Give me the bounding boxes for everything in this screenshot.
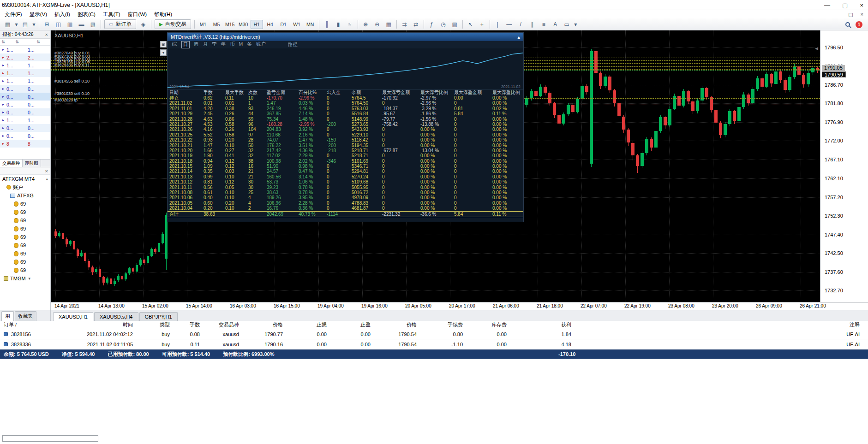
menu-item-3[interactable]: 图表(C) [74, 11, 99, 18]
navigator-item-9[interactable]: 69 [0, 258, 50, 266]
mtdriver-panel[interactable]: MTDriver统计 ,V3.12 (http://mtdriver.cn) ▴… [167, 32, 524, 222]
timeframe-m30[interactable]: M30 [237, 20, 250, 29]
market-watch-row[interactable]: ▸0...0... [0, 132, 50, 140]
market-watch-row[interactable]: ▸1...1... [0, 116, 50, 124]
search-icon[interactable] [845, 22, 850, 27]
data-window-icon[interactable]: ◫ [53, 19, 64, 29]
navigator-item-7[interactable]: 69 [0, 241, 50, 249]
terminal-column-0[interactable]: 订单 / [0, 321, 78, 328]
vertical-line-icon[interactable]: | [492, 19, 503, 29]
market-watch-tab-1[interactable]: 即时图 [23, 160, 41, 167]
autotrading-button[interactable]: ▶自动交易 [155, 19, 191, 29]
close-icon[interactable]: × [45, 168, 48, 174]
navigator-item-5[interactable]: 69 [0, 225, 50, 233]
cursor-icon[interactable]: ↖ [465, 19, 476, 29]
new-order-button[interactable]: ▭新订单 [104, 19, 136, 29]
terminal-column-3[interactable]: 手数 [175, 321, 205, 328]
trendline-icon[interactable]: / [515, 19, 526, 29]
templates-icon[interactable]: ▨ [449, 19, 460, 29]
chart-tab-1[interactable]: XAUUSD.s,H4 [94, 312, 138, 321]
market-watch-row[interactable]: ▸0...0... [0, 85, 50, 93]
terminal-column-1[interactable]: 时间 [78, 321, 138, 328]
zoom-out-icon[interactable]: ⊖ [372, 19, 383, 29]
navigator-item-3[interactable]: 69 [0, 208, 50, 216]
market-watch-row[interactable]: ▸0...0... [0, 93, 50, 101]
menu-item-6[interactable]: 帮助(H) [150, 11, 176, 18]
strategy-tester-icon[interactable]: ▧ [88, 19, 98, 29]
tile-windows-icon[interactable]: ▦ [383, 19, 394, 29]
navigator-item-4[interactable]: 69 [0, 216, 50, 225]
navigator-item-1[interactable]: ATFXG [0, 191, 50, 200]
terminal-column-7[interactable]: 止盈 [332, 321, 376, 328]
timeframe-mn[interactable]: MN [304, 20, 317, 29]
horizontal-line-icon[interactable]: — [504, 19, 515, 29]
mtdriver-screenshot-button[interactable]: ▣ [160, 41, 167, 47]
market-watch-row[interactable]: ▸2...2... [0, 53, 50, 61]
menu-item-4[interactable]: 工具(T) [99, 11, 124, 18]
chart-window[interactable]: #3827049 buy 0.01#3827302 buy 0.03#38273… [51, 30, 820, 302]
mtdriver-tab-7[interactable]: M [239, 41, 243, 48]
sort-column-icon[interactable]: ⇅ [28, 40, 49, 44]
sort-column-icon[interactable]: ⇅ [0, 40, 6, 44]
navigator-item-2[interactable]: 69 [0, 200, 50, 208]
menu-item-5[interactable]: 窗口(W) [124, 11, 151, 18]
child-minimize-button[interactable]: — [836, 12, 841, 17]
new-chart-dropdown-icon[interactable]: ▾ [14, 19, 19, 29]
market-watch-row[interactable]: ▸1...1... [0, 61, 50, 69]
mtdriver-tab-1[interactable]: 日 [181, 41, 190, 48]
timeframe-m15[interactable]: M15 [224, 20, 236, 29]
mtdriver-tab-8[interactable]: 备 [247, 41, 252, 48]
timeframe-h4[interactable]: H4 [264, 20, 276, 29]
crosshair-icon[interactable]: + [477, 19, 487, 29]
collapse-icon[interactable]: ▴ [46, 177, 48, 181]
child-close-button[interactable]: × [861, 12, 863, 17]
new-chart-icon[interactable]: ▦ [2, 19, 13, 29]
navigator-item-10[interactable]: 69 [0, 266, 50, 274]
child-restore-button[interactable]: ▢ [848, 12, 853, 18]
mtdriver-tab-9[interactable]: 账户 [256, 41, 266, 48]
timeframe-h1[interactable]: H1 [251, 20, 263, 29]
profiles-dropdown-icon[interactable]: ▾ [31, 19, 36, 29]
left-bottom-tab-1[interactable]: 收藏夹 [15, 311, 37, 321]
timeframe-d1[interactable]: D1 [277, 20, 290, 29]
terminal-icon[interactable]: ▬ [76, 19, 87, 29]
terminal-column-2[interactable]: 类型 [138, 321, 175, 328]
terminal-order-row[interactable]: 38281562021.11.02 04:02:12buy0.08xauusd1… [0, 329, 868, 339]
mtdriver-tab-2[interactable]: 周 [194, 41, 199, 48]
terminal-column-6[interactable]: 止损 [288, 321, 332, 328]
zoom-in-icon[interactable]: ⊕ [360, 19, 371, 29]
navigator-item-6[interactable]: 69 [0, 233, 50, 241]
indicators-icon[interactable]: ƒ [426, 19, 437, 29]
equidistant-channel-icon[interactable]: ∥ [527, 19, 538, 29]
market-watch-row[interactable]: ▸1...1... [0, 46, 50, 53]
fibonacci-icon[interactable]: ≡ [539, 19, 549, 29]
chart-tab-0[interactable]: XAUUSD,H1 [53, 312, 93, 321]
periods-dropdown-icon[interactable]: ◷ [438, 19, 449, 29]
mtdriver-path-tab[interactable]: 路径 [288, 41, 298, 48]
close-button[interactable]: × [860, 2, 863, 9]
timeframe-w1[interactable]: W1 [291, 20, 303, 29]
line-chart-icon[interactable]: ≈ [345, 19, 355, 29]
close-icon[interactable]: × [45, 32, 48, 37]
market-watch-row[interactable]: ▸0...0... [0, 124, 50, 132]
bar-chart-icon[interactable]: ║ [322, 19, 332, 29]
menu-item-1[interactable]: 显示(V) [26, 11, 51, 18]
market-watch-row[interactable]: ▸0...0... [0, 108, 50, 116]
navigator-item-8[interactable]: 69 [0, 249, 50, 258]
chart-tab-2[interactable]: GBPJPY,H1 [139, 312, 178, 321]
arrows-dropdown-icon[interactable]: ▾ [573, 19, 578, 29]
text-box-icon[interactable]: ▭ [562, 19, 572, 29]
navigator-icon[interactable]: ▥ [65, 19, 75, 29]
terminal-column-11[interactable]: 获利 [512, 321, 577, 328]
navigator-item-0[interactable]: 账户 [0, 183, 50, 191]
notification-badge[interactable]: 1 [856, 21, 862, 28]
menu-item-0[interactable]: 文件(F) [1, 11, 26, 18]
market-watch-row[interactable]: ▸0...0... [0, 101, 50, 108]
minimize-button[interactable]: — [824, 2, 830, 9]
timeframe-m1[interactable]: M1 [197, 20, 210, 29]
market-watch-icon[interactable]: ⊞ [42, 19, 52, 29]
chart-shift-icon[interactable]: ⇄ [411, 19, 421, 29]
text-label-icon[interactable]: A [550, 19, 561, 29]
terminal-column-9[interactable]: 手续费 [422, 321, 468, 328]
maximize-button[interactable]: ▢ [842, 2, 848, 9]
